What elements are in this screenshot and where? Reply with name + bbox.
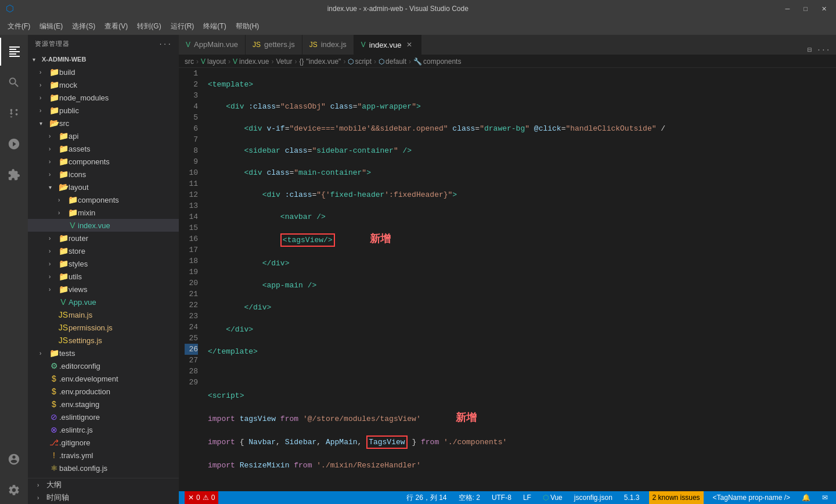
tab-index-vue[interactable]: V index.vue ✕: [354, 35, 422, 55]
travis-icon: !: [49, 451, 59, 460]
status-config[interactable]: jsconfig.json: [572, 494, 615, 502]
tree-icons[interactable]: › 📁 icons: [28, 168, 179, 181]
tree-src[interactable]: ▾ 📂 src: [28, 117, 179, 129]
tree-layout-mixin[interactable]: › 📁 mixin: [28, 206, 179, 219]
tab-appmain-vue[interactable]: V AppMain.vue: [179, 35, 246, 55]
activity-explorer[interactable]: [0, 38, 28, 66]
tree-mock[interactable]: › 📁 mock: [28, 78, 179, 91]
activity-account[interactable]: [0, 445, 28, 473]
tree-build[interactable]: › 📁 build: [28, 66, 179, 78]
tree-router[interactable]: › 📁 router: [28, 232, 179, 244]
vue-tab-icon: V: [361, 41, 366, 49]
tree-layout[interactable]: ▾ 📂 layout: [28, 181, 179, 193]
menu-edit[interactable]: 编辑(E): [35, 19, 67, 34]
line-numbers: 12345 678910 1112131415 1617181920 21222…: [179, 68, 205, 491]
status-position[interactable]: 行 26，列 14: [404, 493, 449, 503]
tree-env-prod[interactable]: $ .env.production: [28, 385, 179, 398]
activity-settings[interactable]: [0, 476, 28, 504]
tree-editorconfig[interactable]: ⚙ .editorconfig: [28, 359, 179, 372]
tab-getters-js[interactable]: JS getters.js: [246, 35, 302, 55]
bc-sep: ›: [409, 57, 411, 66]
arrow-icon: ›: [49, 261, 58, 267]
bc-components[interactable]: 🔧 components: [413, 57, 461, 66]
bc-sep: ›: [374, 57, 376, 66]
tree-env-dev[interactable]: $ .env.development: [28, 372, 179, 385]
status-language[interactable]: ⬡ Vue: [540, 494, 565, 502]
sidebar-timeline[interactable]: › 时间轴: [28, 491, 179, 504]
activity-debug[interactable]: [0, 130, 28, 158]
tree-label: permission.js: [69, 323, 179, 332]
more-actions-icon[interactable]: ···: [817, 46, 830, 55]
minimize-button[interactable]: ─: [782, 4, 794, 13]
status-bell-icon[interactable]: 🔔: [799, 494, 813, 502]
split-editor-icon[interactable]: ⊟: [808, 45, 812, 55]
known-issues-button[interactable]: 2 known issues: [649, 491, 704, 504]
tree-babel[interactable]: ⚛ babel.config.js: [28, 462, 179, 474]
activity-extensions[interactable]: [0, 161, 28, 189]
tree-utils[interactable]: › 📁 utils: [28, 270, 179, 283]
sidebar-more-icon[interactable]: ···: [158, 41, 172, 48]
menu-file[interactable]: 文件(F): [3, 19, 35, 34]
tree-eslintignore[interactable]: ⊘ .eslintignore: [28, 411, 179, 423]
tree-env-staging[interactable]: $ .env.staging: [28, 398, 179, 411]
maximize-button[interactable]: □: [800, 4, 811, 13]
close-button[interactable]: ✕: [818, 4, 830, 14]
sidebar-outline[interactable]: › 大纲: [28, 478, 179, 491]
code-content[interactable]: <template> <div :class="classObj" class=…: [205, 68, 836, 491]
bc-obj[interactable]: {}: [299, 57, 304, 66]
bc-index-vue[interactable]: V index.vue: [233, 57, 269, 66]
tree-node-modules[interactable]: › 📁 node_modules: [28, 91, 179, 104]
tree-index-vue[interactable]: V index.vue: [28, 219, 179, 232]
tree-styles[interactable]: › 📁 styles: [28, 257, 179, 270]
tree-store[interactable]: › 📁 store: [28, 244, 179, 257]
arrow-icon: ›: [39, 95, 49, 101]
tree-permission-js[interactable]: JS permission.js: [28, 321, 179, 334]
status-line-ending[interactable]: LF: [521, 494, 534, 502]
tree-eslintrc[interactable]: ⊗ .eslintrc.js: [28, 423, 179, 436]
folder-open-icon: 📂: [49, 118, 59, 128]
menu-goto[interactable]: 转到(G): [132, 19, 165, 34]
activity-search[interactable]: [0, 69, 28, 96]
tree-gitignore[interactable]: ⎇ .gitignore: [28, 436, 179, 449]
tree-app-vue[interactable]: V App.vue: [28, 296, 179, 308]
status-version[interactable]: 5.1.3: [622, 494, 642, 502]
tree-api[interactable]: › 📁 api: [28, 129, 179, 142]
bc-default[interactable]: ⬡ default: [379, 57, 406, 66]
tree-views[interactable]: › 📁 views: [28, 283, 179, 296]
tree-travis[interactable]: ! .travis.yml: [28, 449, 179, 462]
tree-components[interactable]: › 📁 components: [28, 155, 179, 168]
bc-sep: ›: [196, 57, 199, 66]
menu-help[interactable]: 帮助(H): [231, 19, 264, 34]
tree-settings-js[interactable]: JS settings.js: [28, 334, 179, 347]
sidebar-title: 资源管理器: [35, 39, 70, 48]
tree-tests[interactable]: › 📁 tests: [28, 347, 179, 359]
arrow-icon: ›: [39, 350, 49, 357]
tree-main-js[interactable]: JS main.js: [28, 308, 179, 321]
status-feedback-icon[interactable]: ✉: [820, 494, 830, 502]
menu-view[interactable]: 查看(V): [100, 19, 132, 34]
tree-assets[interactable]: › 📁 assets: [28, 142, 179, 155]
tab-index-js[interactable]: JS index.js: [302, 35, 354, 55]
bc-layout[interactable]: V layout: [201, 57, 226, 66]
bc-vetur[interactable]: Vetur: [276, 57, 292, 66]
code-editor[interactable]: 12345 678910 1112131415 1617181920 21222…: [179, 68, 836, 491]
tree-public[interactable]: › 📁 public: [28, 104, 179, 117]
folder-icon: 📁: [58, 131, 69, 141]
eslint-icon: ⊗: [49, 425, 59, 434]
status-errors[interactable]: ✕ 0 ⚠ 0: [185, 491, 218, 504]
menu-terminal[interactable]: 终端(T): [199, 19, 230, 34]
bc-index-vue2[interactable]: "index.vue": [306, 57, 341, 66]
tree-layout-components[interactable]: › 📁 components: [28, 193, 179, 206]
bc-src[interactable]: src: [185, 57, 194, 66]
menu-run[interactable]: 运行(R): [166, 19, 199, 34]
bc-script[interactable]: ⬡ script: [348, 57, 372, 66]
tree-root[interactable]: ▾ X-ADMIN-WEB: [28, 53, 179, 66]
tab-close-icon[interactable]: ✕: [405, 41, 414, 49]
main-layout: 资源管理器 ··· ▾ X-ADMIN-WEB › 📁 build › 📁 mo…: [0, 35, 836, 504]
js-tab-icon: JS: [253, 41, 261, 49]
status-encoding[interactable]: UTF-8: [489, 494, 514, 502]
activity-source-control[interactable]: [0, 99, 28, 127]
status-tag-name[interactable]: <TagName prop-name />: [711, 494, 792, 502]
status-spaces[interactable]: 空格: 2: [456, 493, 482, 503]
menu-select[interactable]: 选择(S): [67, 19, 100, 34]
